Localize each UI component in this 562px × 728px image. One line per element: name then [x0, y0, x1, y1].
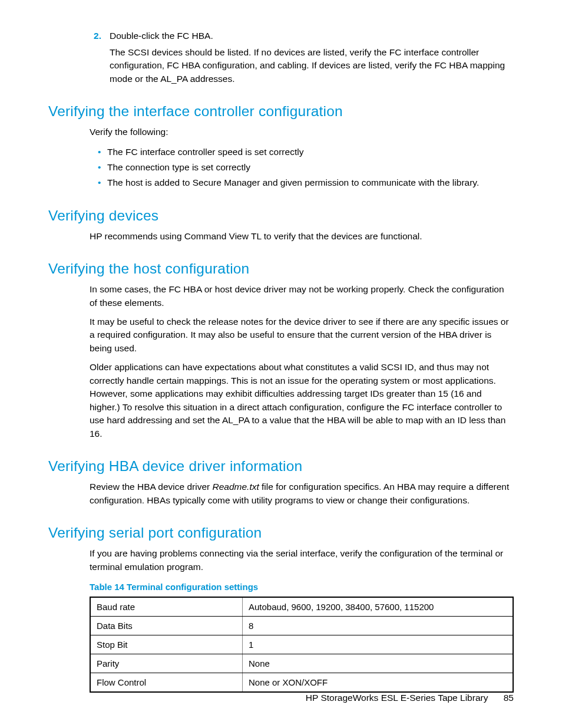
filename: Readme.txt — [212, 482, 259, 492]
paragraph: Older applications can have expectations… — [90, 361, 514, 440]
section-body: Verify the following: The FC interface c… — [90, 126, 514, 190]
heading-hba-driver: Verifying HBA device driver information — [48, 458, 514, 475]
footer-title: HP StorageWorks ESL E-Series Tape Librar… — [306, 693, 488, 703]
step-number: 2. — [90, 29, 101, 42]
table-row: Data Bits 8 — [90, 617, 513, 635]
table-row: Stop Bit 1 — [90, 635, 513, 654]
bullet-list: The FC interface controller speed is set… — [98, 145, 514, 190]
cell-key: Parity — [90, 654, 242, 673]
cell-key: Stop Bit — [90, 635, 242, 654]
terminal-settings-table: Baud rate Autobaud, 9600, 19200, 38400, … — [90, 597, 514, 693]
bullet-item: The FC interface controller speed is set… — [98, 145, 514, 159]
table-row: Flow Control None or XON/XOFF — [90, 673, 513, 693]
table-caption: Table 14 Terminal configuration settings — [90, 582, 514, 592]
paragraph: In some cases, the FC HBA or host device… — [90, 283, 514, 309]
step-2: 2. Double-click the FC HBA. — [90, 29, 514, 42]
section-body: If you are having problems connecting vi… — [90, 547, 514, 693]
step-action: Double-click the FC HBA. — [110, 29, 514, 42]
cell-value: None or XON/XOFF — [242, 673, 513, 693]
table-row: Baud rate Autobaud, 9600, 19200, 38400, … — [90, 597, 513, 617]
section-body: Review the HBA device driver Readme.txt … — [90, 480, 514, 507]
bullet-item: The connection type is set correctly — [98, 160, 514, 174]
heading-host-config: Verifying the host configuration — [48, 261, 514, 277]
step-detail: The SCSI devices should be listed. If no… — [110, 46, 514, 85]
numbered-step-block: 2. Double-click the FC HBA. The SCSI dev… — [90, 29, 514, 85]
heading-serial-port: Verifying serial port configuration — [48, 525, 514, 541]
cell-value: Autobaud, 9600, 19200, 38400, 57600, 115… — [242, 597, 513, 617]
text-span: Review the HBA device driver — [90, 482, 212, 492]
bullet-item: The host is added to Secure Manager and … — [98, 176, 514, 190]
page-footer: HP StorageWorks ESL E-Series Tape Librar… — [48, 693, 514, 703]
heading-interface-controller: Verifying the interface controller confi… — [48, 103, 514, 120]
table-row: Parity None — [90, 654, 513, 673]
intro-text: Verify the following: — [90, 126, 514, 139]
cell-value: None — [242, 654, 513, 673]
cell-value: 1 — [242, 635, 513, 654]
paragraph: HP recommends using Command View TL to v… — [90, 230, 514, 243]
document-page: 2. Double-click the FC HBA. The SCSI dev… — [0, 0, 562, 728]
page-number: 85 — [504, 693, 514, 703]
cell-key: Flow Control — [90, 673, 242, 693]
paragraph: If you are having problems connecting vi… — [90, 547, 514, 574]
paragraph: Review the HBA device driver Readme.txt … — [90, 480, 514, 507]
section-body: In some cases, the FC HBA or host device… — [90, 283, 514, 440]
cell-key: Baud rate — [90, 597, 242, 617]
cell-key: Data Bits — [90, 617, 242, 635]
paragraph: It may be useful to check the release no… — [90, 315, 514, 355]
section-body: HP recommends using Command View TL to v… — [90, 230, 514, 243]
cell-value: 8 — [242, 617, 513, 635]
heading-devices: Verifying devices — [48, 207, 514, 224]
